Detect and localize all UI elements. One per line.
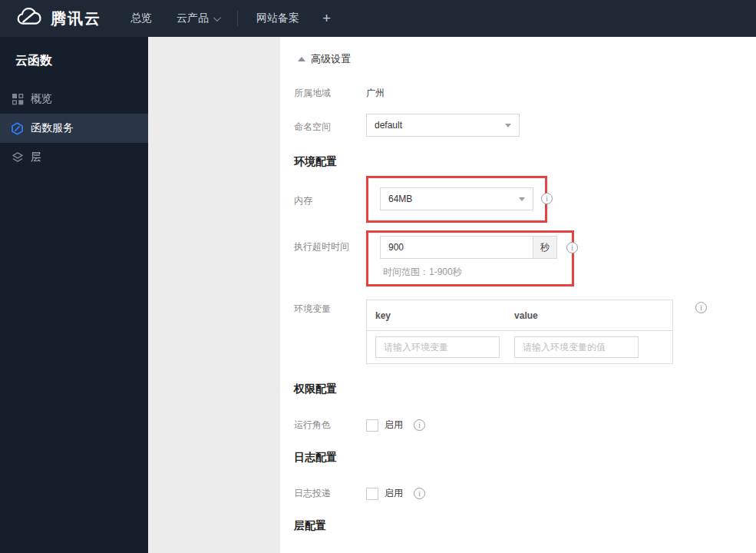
env-value-header: value: [514, 310, 672, 321]
run-role-info-icon[interactable]: [414, 419, 425, 431]
region-value: 广州: [366, 87, 385, 100]
env-key-cell: [367, 336, 514, 358]
timeout-label: 执行超时时间: [294, 230, 366, 253]
timeout-input-group: 秒: [380, 236, 558, 259]
log-delivery-row: 日志投递 启用: [294, 487, 756, 500]
memory-info-icon[interactable]: [541, 193, 553, 204]
sidebar-item-label: 层: [31, 151, 41, 164]
namespace-select[interactable]: default: [366, 114, 520, 137]
memory-selected-value: 64MB: [388, 194, 412, 204]
tencent-cloud-logo-icon: [15, 7, 43, 30]
env-vars-row: 环境变量 key value: [294, 300, 756, 364]
timeout-input[interactable]: [380, 236, 533, 259]
run-role-enable-label: 启用: [385, 419, 403, 432]
nav-products-label: 云产品: [177, 12, 209, 25]
run-role-control: 启用: [366, 419, 425, 432]
env-value-input[interactable]: [514, 336, 639, 358]
caret-down-icon: [519, 197, 525, 201]
caret-down-icon: [505, 124, 511, 127]
advanced-settings-panel: 高级设置 所属地域 广州 命名空间 default 环境配置 内存 64MB 执…: [280, 37, 756, 553]
log-delivery-info-icon[interactable]: [414, 488, 425, 499]
nav-beian[interactable]: 网站备案: [244, 12, 312, 25]
timeout-info-icon[interactable]: [566, 242, 578, 253]
advanced-settings-label: 高级设置: [311, 52, 351, 66]
log-delivery-label: 日志投递: [294, 487, 366, 500]
namespace-label: 命名空间: [294, 114, 366, 134]
collapse-arrow-icon: [298, 57, 305, 61]
timeout-highlight-box: 秒 时间范围：1-900秒: [366, 230, 574, 286]
env-vars-table: key value: [366, 300, 673, 364]
memory-highlight-box: 64MB: [366, 176, 547, 223]
region-row: 所属地域 广州: [294, 87, 756, 100]
sidebar-item-function-service[interactable]: 函数服务: [0, 114, 148, 143]
nav-overview[interactable]: 总览: [118, 12, 164, 25]
sidebar-title: 云函数: [0, 37, 148, 84]
memory-label: 内存: [294, 176, 366, 207]
log-delivery-control: 启用: [366, 487, 425, 500]
chevron-down-icon: [213, 14, 221, 22]
sidebar-item-overview[interactable]: 概览: [0, 84, 148, 114]
run-role-checkbox[interactable]: [366, 419, 378, 432]
env-value-cell: [514, 336, 672, 358]
brand-name: 腾讯云: [51, 8, 101, 29]
env-vars-header-row: key value: [367, 300, 672, 331]
nav-products[interactable]: 云产品: [164, 12, 231, 25]
run-role-label: 运行角色: [294, 419, 366, 432]
log-delivery-checkbox[interactable]: [366, 488, 378, 500]
layers-icon: [11, 151, 24, 164]
perm-config-heading: 权限配置: [294, 382, 756, 396]
env-key-input[interactable]: [375, 336, 500, 358]
add-tab-button[interactable]: +: [312, 10, 342, 27]
env-vars-label: 环境变量: [294, 300, 366, 316]
advanced-settings-toggle[interactable]: 高级设置: [298, 52, 756, 66]
scf-hexagon-icon: [11, 122, 24, 135]
env-vars-info-icon[interactable]: [695, 302, 707, 313]
region-label: 所属地域: [294, 87, 366, 100]
layer-config-heading: 层配置: [294, 519, 756, 533]
log-delivery-enable-label: 启用: [385, 487, 403, 500]
namespace-row: 命名空间 default: [294, 114, 756, 137]
brand[interactable]: 腾讯云: [0, 7, 118, 30]
top-navbar: 腾讯云 总览 云产品 网站备案 +: [0, 0, 756, 37]
sidebar-item-label: 函数服务: [31, 121, 74, 135]
memory-select[interactable]: 64MB: [380, 187, 533, 210]
nav-divider: [237, 11, 238, 26]
timeout-row: 执行超时时间 秒 时间范围：1-900秒: [294, 230, 756, 286]
env-key-header: key: [367, 310, 514, 321]
sidebar-item-label: 概览: [31, 92, 52, 106]
grid-icon: [11, 93, 24, 106]
run-role-row: 运行角色 启用: [294, 419, 756, 432]
timeout-unit: 秒: [533, 236, 557, 259]
sidebar-item-layers[interactable]: 层: [0, 143, 148, 172]
timeout-hint: 时间范围：1-900秒: [383, 266, 558, 279]
log-config-heading: 日志配置: [294, 451, 756, 465]
memory-row: 内存 64MB: [294, 176, 756, 223]
namespace-selected-value: default: [375, 120, 402, 131]
top-nav-items: 总览 云产品 网站备案 +: [118, 10, 342, 27]
env-config-heading: 环境配置: [294, 155, 756, 169]
env-vars-input-row: [367, 331, 672, 363]
background-panel: [148, 37, 280, 553]
sidebar: 云函数 概览 函数服务 层: [0, 37, 148, 553]
